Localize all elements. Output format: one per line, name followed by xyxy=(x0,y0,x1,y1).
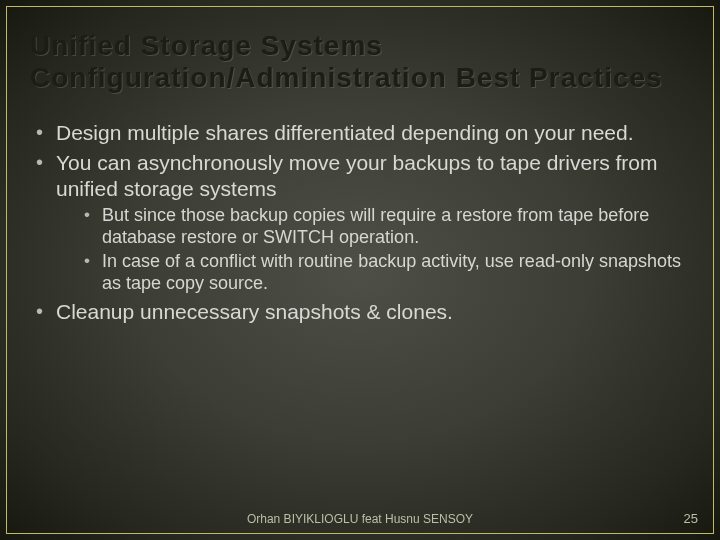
list-item: In case of a conflict with routine backu… xyxy=(56,251,690,295)
bullet-text: But since those backup copies will requi… xyxy=(102,205,649,247)
bullet-text: In case of a conflict with routine backu… xyxy=(102,251,681,293)
slide-content: Unified Storage Systems Configuration/Ad… xyxy=(0,0,720,540)
bullet-text: Cleanup unnecessary snapshots & clones. xyxy=(56,300,453,323)
list-item: Design multiple shares differentiated de… xyxy=(30,120,690,146)
list-item: Cleanup unnecessary snapshots & clones. xyxy=(30,299,690,325)
slide-title: Unified Storage Systems Configuration/Ad… xyxy=(30,30,690,94)
bullet-text: Design multiple shares differentiated de… xyxy=(56,121,634,144)
sub-bullet-list: But since those backup copies will requi… xyxy=(56,205,690,295)
bullet-list: Design multiple shares differentiated de… xyxy=(30,120,690,324)
list-item: But since those backup copies will requi… xyxy=(56,205,690,249)
slide: Unified Storage Systems Configuration/Ad… xyxy=(0,0,720,540)
footer-author: Orhan BIYIKLIOGLU feat Husnu SENSOY xyxy=(0,512,720,526)
bullet-text: You can asynchronously move your backups… xyxy=(56,151,658,200)
list-item: You can asynchronously move your backups… xyxy=(30,150,690,295)
footer-page-number: 25 xyxy=(684,511,698,526)
